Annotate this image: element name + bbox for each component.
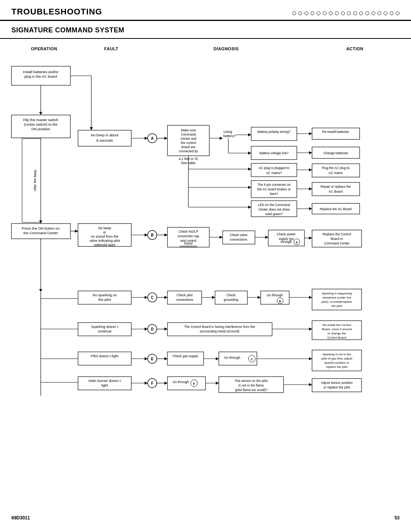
- dot-8: [335, 11, 339, 15]
- arrowhead-5pin-r: [248, 186, 251, 189]
- arrowhead-diagA1-r: [220, 137, 223, 140]
- action-repair-t2: AC Board: [329, 190, 343, 193]
- diag-a1-t2: Command: [181, 133, 196, 136]
- fault-b-t3: no sound from the: [91, 235, 119, 238]
- dot-13: [365, 11, 369, 15]
- label-a: A: [151, 136, 153, 141]
- diag-d-t1: The Control Board is having interference…: [184, 325, 255, 329]
- dot-4: [311, 11, 314, 15]
- action-replaceCtrl-t2: Board or: [331, 237, 343, 241]
- action-reinstallCtrl-t1: Re-install the Control: [323, 323, 351, 327]
- arrowhead-led-r: [248, 206, 251, 209]
- fault-c-t2: the pilot: [98, 297, 111, 302]
- arrowhead-faultF-r: [145, 382, 148, 385]
- header-decoration: [292, 11, 400, 17]
- diag-a1-t3: Center and: [180, 137, 196, 141]
- fault-a-text2: 8 seconds: [96, 138, 113, 142]
- fault-f-t2: light: [101, 383, 108, 387]
- action-notInPath-t2: path of gas flow, adjust: [321, 357, 352, 360]
- sidebar-label: After the beep: [33, 170, 37, 192]
- page-title: TROUBLESHOOTING: [11, 7, 102, 17]
- diagram-area: OPERATION FAULT DIAGNOSIS ACTION Install…: [0, 39, 411, 413]
- check-ground-t1: Check: [226, 293, 236, 297]
- fault-c-t1: No sparking on: [92, 293, 117, 297]
- dot-3: [304, 11, 308, 15]
- dot-10: [347, 11, 351, 15]
- arrowhead-faultB: [75, 230, 78, 233]
- flowchart-svg: Install batteries and/or plug in the AC …: [8, 55, 403, 405]
- ref-a-label: A: [296, 241, 298, 244]
- arrowhead-sensor-r: [309, 383, 312, 386]
- go-through-c-t1: Go through: [224, 356, 241, 359]
- op1-text: Install batteries and/or: [23, 70, 58, 74]
- diag-a1-t4: the control: [181, 141, 196, 145]
- action-adjustSensor-t2: or replace the pilot: [323, 385, 350, 389]
- arrowhead-faultC-r: [145, 296, 148, 299]
- dot-12: [359, 11, 363, 15]
- op3-text1: Press the ON button on: [22, 226, 59, 230]
- action-sparking-t2: elsewhere (under the: [322, 296, 351, 299]
- ref-e-label-f: E: [193, 382, 195, 385]
- dot-5: [317, 11, 320, 15]
- arrowhead-circA-r: [164, 137, 167, 140]
- arrowhead-circF-r: [164, 382, 167, 385]
- action-notInPath-t3: sparker position or: [324, 361, 349, 364]
- arrowhead-goB-r: [309, 296, 312, 299]
- led-t1: LED on the Command: [258, 203, 290, 207]
- sensor-pilot-t1: The sensor on the pilot: [235, 379, 268, 383]
- action-reinstallCtrl-t3: or change the: [328, 332, 346, 335]
- action-replaceCtrl-t1: Replace the Control: [322, 232, 351, 236]
- action-repair-t1: Repair or replace the: [320, 185, 351, 189]
- arrowhead-op2-op3: [39, 220, 42, 224]
- arrowhead-battPol-r: [309, 132, 312, 135]
- page-subtitle: SIGNATURE COMMAND SYSTEM: [0, 21, 411, 39]
- diag-d-t2: surrounding metal (Ground): [200, 329, 240, 333]
- fault-e-t1: Pilot doesn t light: [91, 354, 119, 358]
- batt-volt-t1: Battery voltage low?: [260, 151, 289, 155]
- fault-d-t1: Sparking doesn t: [91, 324, 118, 329]
- arrowhead-5pin-r: [309, 187, 312, 190]
- arrowhead-acPlug-r: [309, 168, 312, 171]
- arrowhead-op1-op2: [39, 112, 42, 115]
- check-power-t3: through: [281, 240, 292, 244]
- arrowhead-ground-r: [258, 296, 261, 299]
- fault-b-t4: valve indicating pilot: [89, 239, 120, 243]
- diag-using-label: Using: [223, 130, 232, 134]
- diag-a1-t1: Make sure: [181, 128, 196, 132]
- action-plugac-t1: Plug the AC plug to: [322, 166, 350, 170]
- dot-15: [378, 11, 381, 15]
- label-e: E: [151, 357, 154, 361]
- diag-b1-t2: conversion cap: [177, 234, 199, 238]
- action-notInPath-t4: replace the pilot: [326, 365, 348, 369]
- arrowhead-gas-r: [216, 357, 219, 360]
- arrowhead-faultE-r: [145, 357, 148, 360]
- acplug-t2: AC mains?: [266, 171, 282, 175]
- action-replaceAC-t1: Replace the AC Board: [320, 207, 352, 211]
- op1-text2: plug in the AC board: [24, 74, 57, 78]
- page-number: 53: [395, 515, 400, 521]
- go-through-b-t1: Go through: [267, 293, 283, 297]
- dot-2: [298, 11, 302, 15]
- page-header: TROUBLESHOOTING: [0, 0, 411, 21]
- op2-text1: Flip the master switch: [23, 118, 58, 122]
- label-b: B: [151, 233, 153, 237]
- fault-b-t2: or: [103, 230, 106, 234]
- action-changebatt-t1: Change batteries: [323, 151, 348, 155]
- go-through-e-t1: Go through: [173, 380, 189, 384]
- arrowhead-acPlug-r: [248, 168, 251, 171]
- fault-f-t1: Main burner doesn t: [89, 379, 121, 383]
- dot-11: [353, 11, 357, 15]
- fivepin-t1: The 5-pin connector on: [257, 183, 291, 187]
- acplug-t1: AC plug is plugged to: [259, 166, 290, 170]
- col-header-action: ACTION: [306, 46, 403, 51]
- arrowhead-led-r: [309, 207, 312, 210]
- arrowhead-faultB-r: [145, 233, 148, 236]
- fault-d-t2: continue: [98, 329, 112, 333]
- arrowhead-circD-r: [164, 328, 167, 331]
- arrowhead-faultA-r: [145, 137, 148, 140]
- ref-b-label-c: B: [279, 300, 281, 303]
- diag-b1-t5: connections: [180, 244, 197, 248]
- arrowhead-faultD-r: [145, 328, 148, 331]
- action-replaceCtrl-t3: Command Center: [324, 241, 349, 245]
- arrowhead-pilotConn-r: [212, 296, 215, 299]
